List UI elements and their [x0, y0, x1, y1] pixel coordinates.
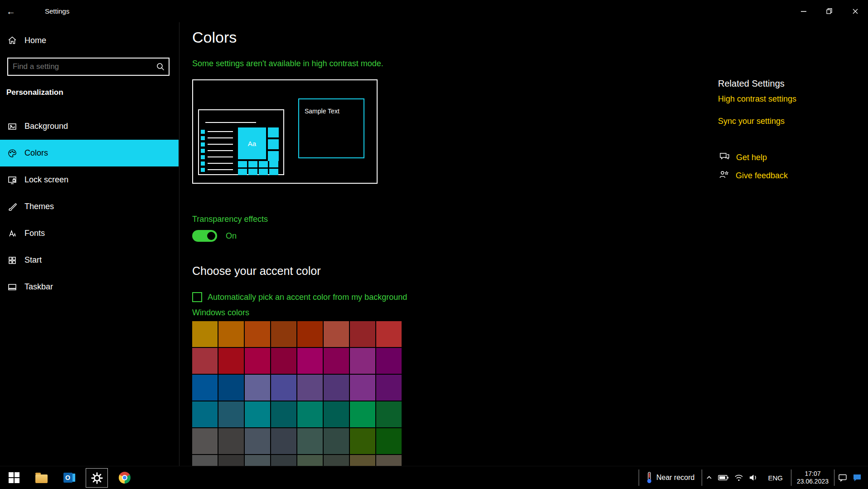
close-icon — [853, 9, 858, 14]
sidebar-item-colors[interactable]: Colors — [0, 140, 179, 166]
color-swatch[interactable] — [324, 428, 349, 454]
network-button[interactable] — [732, 466, 746, 489]
color-swatch[interactable] — [324, 455, 349, 466]
settings-app-button[interactable] — [86, 468, 108, 488]
color-swatch[interactable] — [192, 348, 218, 374]
outlook-button[interactable]: O — [55, 466, 83, 489]
file-explorer-button[interactable] — [28, 466, 55, 489]
sync-settings-link[interactable]: Sync your settings — [718, 117, 785, 126]
clock[interactable]: 17:07 23.06.2023 — [792, 470, 833, 485]
taskbar-icon — [6, 283, 18, 292]
color-swatch[interactable] — [376, 348, 402, 374]
color-swatch[interactable] — [297, 348, 323, 374]
color-swatch[interactable] — [271, 321, 296, 347]
color-swatch[interactable] — [350, 348, 375, 374]
color-swatch[interactable] — [324, 321, 349, 347]
color-swatch[interactable] — [297, 455, 323, 466]
start-button[interactable] — [0, 466, 28, 489]
color-swatch[interactable] — [297, 401, 323, 427]
color-swatch[interactable] — [218, 348, 244, 374]
sidebar-item-home[interactable]: Home — [0, 27, 179, 54]
color-swatch[interactable] — [350, 375, 375, 401]
sidebar-item-fonts[interactable]: Fonts — [0, 220, 179, 247]
file-explorer-icon — [35, 474, 48, 483]
weather-widget[interactable]: Near record — [640, 466, 701, 489]
start-icon — [6, 256, 18, 265]
color-swatch[interactable] — [192, 321, 218, 347]
sidebar-item-background[interactable]: Background — [0, 113, 179, 140]
color-swatch[interactable] — [245, 401, 270, 427]
background-icon — [6, 122, 18, 131]
sidebar-item-taskbar[interactable]: Taskbar — [0, 274, 179, 300]
color-swatch[interactable] — [271, 375, 296, 401]
sidebar-item-themes[interactable]: Themes — [0, 193, 179, 220]
auto-accent-row[interactable]: Automatically pick an accent color from … — [192, 292, 407, 302]
search-icon[interactable] — [152, 63, 169, 71]
feedback-icon — [719, 170, 729, 181]
color-swatch[interactable] — [376, 455, 402, 466]
color-swatch[interactable] — [376, 321, 402, 347]
color-swatch[interactable] — [218, 321, 244, 347]
color-swatch[interactable] — [271, 348, 296, 374]
sidebar-item-label: Colors — [24, 148, 48, 158]
battery-button[interactable] — [715, 466, 732, 489]
auto-accent-checkbox[interactable] — [192, 292, 202, 302]
color-swatch[interactable] — [218, 428, 244, 454]
color-swatch[interactable] — [376, 401, 402, 427]
color-swatch[interactable] — [297, 375, 323, 401]
minimize-button[interactable] — [790, 0, 816, 22]
color-swatch[interactable] — [376, 428, 402, 454]
back-button[interactable]: ← — [0, 0, 22, 22]
color-swatch[interactable] — [271, 401, 296, 427]
get-help-link[interactable]: Get help — [719, 152, 767, 163]
color-swatch[interactable] — [376, 375, 402, 401]
window-controls — [790, 0, 868, 22]
color-swatch[interactable] — [218, 375, 244, 401]
color-swatch[interactable] — [218, 401, 244, 427]
volume-button[interactable] — [746, 466, 761, 489]
toggle-state-label: On — [226, 231, 237, 241]
sidebar-nav: Background Colors Lock screen Themes — [0, 113, 179, 300]
color-swatch[interactable] — [324, 348, 349, 374]
language-button[interactable]: ENG — [761, 466, 790, 489]
restore-button[interactable] — [816, 0, 842, 22]
color-swatch[interactable] — [271, 455, 296, 466]
action-center-button[interactable] — [835, 466, 850, 489]
color-swatch[interactable] — [324, 401, 349, 427]
tray-separator — [702, 469, 702, 486]
transparency-toggle[interactable] — [192, 230, 217, 242]
transparency-label: Transparency effects — [192, 215, 268, 224]
color-swatch[interactable] — [350, 401, 375, 427]
sidebar-item-lock-screen[interactable]: Lock screen — [0, 166, 179, 193]
color-swatch[interactable] — [218, 455, 244, 466]
color-swatch[interactable] — [245, 455, 270, 466]
color-swatch[interactable] — [271, 428, 296, 454]
color-swatch[interactable] — [192, 375, 218, 401]
close-button[interactable] — [842, 0, 868, 22]
color-swatch[interactable] — [350, 428, 375, 454]
color-swatch[interactable] — [245, 348, 270, 374]
color-swatch[interactable] — [297, 321, 323, 347]
give-feedback-link[interactable]: Give feedback — [719, 170, 788, 181]
search-input[interactable] — [8, 62, 152, 71]
color-swatch[interactable] — [297, 428, 323, 454]
color-swatch[interactable] — [350, 321, 375, 347]
sidebar-item-start[interactable]: Start — [0, 247, 179, 274]
color-swatch[interactable] — [324, 375, 349, 401]
color-swatch[interactable] — [245, 375, 270, 401]
back-arrow-icon: ← — [6, 6, 15, 16]
color-swatch[interactable] — [245, 428, 270, 454]
chrome-button[interactable] — [111, 466, 138, 489]
color-swatch[interactable] — [192, 455, 218, 466]
high-contrast-settings-link[interactable]: High contrast settings — [718, 94, 796, 104]
sidebar-item-label: Background — [24, 122, 68, 131]
color-swatch[interactable] — [192, 401, 218, 427]
clock-date: 23.06.2023 — [797, 478, 829, 485]
preview-accent-tile: Aa — [238, 127, 266, 159]
tray-overflow-button[interactable] — [703, 466, 715, 489]
color-swatch[interactable] — [245, 321, 270, 347]
color-swatch[interactable] — [192, 428, 218, 454]
chat-bubble-icon — [853, 474, 862, 482]
color-swatch[interactable] — [350, 455, 375, 466]
chat-notification-button[interactable] — [850, 466, 864, 489]
